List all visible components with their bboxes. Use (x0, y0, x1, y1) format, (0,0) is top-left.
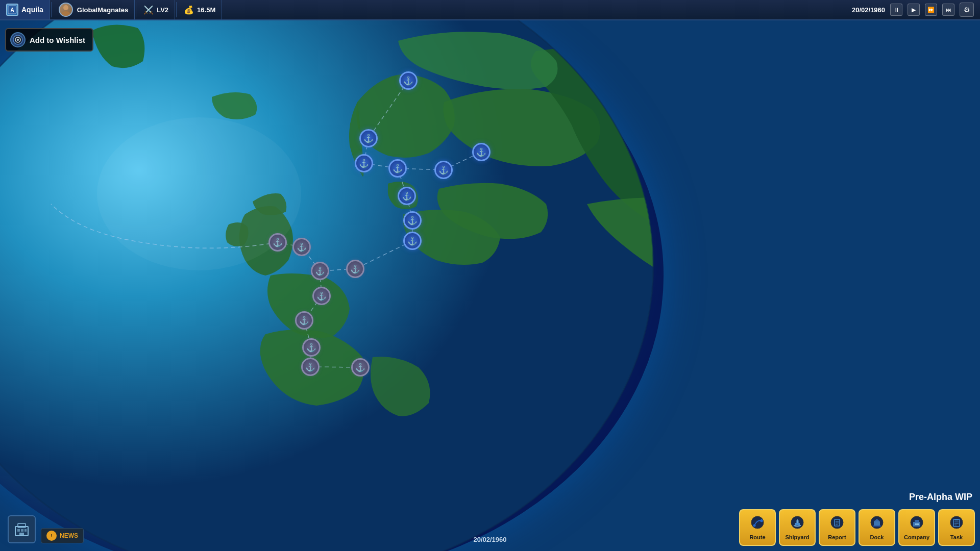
level-value: LV2 (157, 6, 168, 14)
news-icon: ! (46, 531, 57, 541)
separator-3 (176, 2, 177, 17)
svg-rect-15 (19, 533, 24, 536)
company-label: Company (904, 534, 929, 540)
dock-button[interactable]: Dock (859, 509, 895, 546)
svg-rect-35 (915, 523, 917, 525)
wip-label: Pre-Alpha WIP (909, 492, 972, 503)
shipyard-button[interactable]: Shipyard (779, 509, 816, 546)
svg-point-5 (63, 5, 68, 10)
port-iberia-east[interactable]: ⚓ (351, 358, 370, 377)
port-france-west[interactable]: ⚓ (302, 338, 321, 357)
task-label: Task (950, 534, 963, 540)
route-button[interactable]: Route (739, 509, 776, 546)
topbar: A Aquila GlobalMagnates ⚔️ LV2 (0, 0, 980, 20)
play-button[interactable]: ▶ (908, 4, 920, 16)
wishlist-button[interactable]: Add to Wishlist (5, 28, 93, 52)
report-label: Report (828, 534, 846, 540)
steam-icon (10, 32, 26, 47)
bottom-date: 20/02/1960 (473, 536, 506, 543)
svg-rect-29 (874, 521, 880, 525)
player-name: GlobalMagnates (77, 6, 128, 14)
svg-text:A: A (10, 7, 14, 13)
level-icon: ⚔️ (143, 5, 154, 15)
news-label: NEWS (60, 532, 78, 539)
money-value: 16.5M (197, 6, 215, 14)
report-button[interactable]: Report (819, 509, 855, 546)
port-denmark-south[interactable]: ⚓ (403, 211, 422, 230)
faster-button[interactable]: ⏭ (942, 4, 954, 16)
svg-point-6 (62, 11, 70, 16)
port-uk-south[interactable]: ⚓ (311, 262, 329, 280)
port-ireland[interactable]: ⚓ (268, 233, 287, 252)
fast-forward-button[interactable]: ⏩ (925, 4, 937, 16)
dock-label: Dock (870, 534, 884, 540)
port-norway-stavanger[interactable]: ⚓ (355, 154, 373, 172)
svg-point-9 (17, 39, 19, 41)
money-icon: 💰 (184, 5, 194, 15)
svg-point-16 (751, 516, 764, 529)
report-icon (830, 515, 844, 533)
svg-rect-12 (17, 529, 20, 532)
port-uk-east[interactable]: ⚓ (346, 260, 364, 278)
svg-rect-36 (917, 523, 919, 525)
shipyard-icon (790, 515, 804, 533)
port-uk-west[interactable]: ⚓ (292, 238, 311, 256)
company-icon (910, 515, 924, 533)
topbar-left: A Aquila GlobalMagnates ⚔️ LV2 (0, 0, 222, 19)
port-channel[interactable]: ⚓ (312, 287, 331, 305)
task-icon (949, 515, 964, 533)
money-section: 💰 16.5M (178, 0, 222, 19)
separator-2 (136, 2, 136, 17)
port-spain-north[interactable]: ⚓ (301, 358, 320, 376)
date-display: 20/02/1960 (852, 6, 885, 14)
port-norway-north[interactable]: ⚓ (399, 71, 418, 90)
shipyard-label: Shipyard (785, 534, 809, 540)
task-button[interactable]: Task (938, 509, 975, 546)
port-sweden-stockholm[interactable]: ⚓ (434, 161, 453, 179)
separator-1 (51, 2, 52, 17)
route-label: Route (749, 534, 765, 540)
player-avatar (59, 3, 73, 17)
company-button[interactable]: Company (898, 509, 935, 546)
topbar-right: 20/02/1960 ⏸ ▶ ⏩ ⏭ ⚙ (846, 3, 980, 17)
level-section: ⚔️ LV2 (137, 0, 175, 19)
svg-rect-13 (21, 529, 23, 532)
pause-button[interactable]: ⏸ (890, 4, 902, 16)
map-container[interactable] (0, 0, 980, 551)
port-finland[interactable]: ⚓ (472, 143, 491, 161)
svg-rect-39 (954, 519, 959, 520)
news-bar[interactable]: ! NEWS (41, 528, 84, 543)
bottom-toolbar: Route Shipyard Report (739, 509, 975, 546)
port-sweden-gothenburg[interactable]: ⚓ (388, 159, 407, 178)
game-logo-section: A Aquila (0, 0, 50, 19)
svg-point-23 (831, 516, 843, 529)
player-section: GlobalMagnates (53, 0, 135, 19)
svg-rect-31 (873, 525, 881, 527)
port-norway-bergen[interactable]: ⚓ (359, 129, 378, 147)
building-button[interactable] (8, 515, 36, 543)
svg-point-17 (753, 524, 756, 527)
dock-icon (870, 515, 884, 533)
wishlist-label: Add to Wishlist (30, 36, 85, 44)
svg-rect-34 (915, 520, 919, 522)
port-germany-north[interactable]: ⚓ (403, 232, 422, 250)
settings-button[interactable]: ⚙ (960, 3, 974, 17)
port-france-north[interactable]: ⚓ (295, 311, 313, 330)
game-icon: A (6, 4, 18, 16)
svg-rect-14 (24, 529, 27, 532)
game-title: Aquila (21, 6, 43, 14)
building-icon (13, 520, 31, 538)
route-icon (750, 515, 765, 533)
globe-svg (0, 0, 980, 551)
port-denmark-north[interactable]: ⚓ (398, 187, 416, 205)
